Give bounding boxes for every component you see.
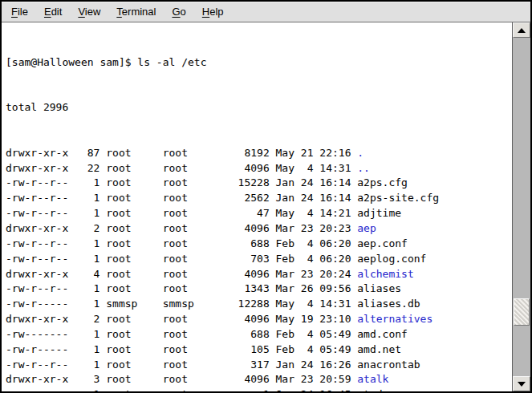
- terminal-line: -rw------- 1 root root 688 Feb 4 05:49 a…: [6, 327, 512, 342]
- file-name: alchemist: [357, 268, 413, 280]
- terminal-line: -rw-r--r-- 1 root root 688 Feb 4 06:20 a…: [6, 237, 512, 252]
- file-name: a2ps-site.cfg: [357, 192, 439, 204]
- terminal-line: drwxr-xr-x 3 root root 4096 Mar 23 20:59…: [6, 372, 512, 387]
- menu-item-label: G: [172, 6, 180, 18]
- file-attributes: -rw-r----- 1 smmsp smmsp 12288 May 4 14:…: [6, 298, 357, 310]
- file-attributes: -rw-r--r-- 1 root root 2562 Jan 24 16:14: [6, 192, 357, 204]
- menu-item-terminal[interactable]: Terminal: [108, 2, 164, 22]
- file-attributes: -rw-r--r-- 1 root root 688 Feb 4 06:20: [6, 237, 357, 249]
- scroll-down-button[interactable]: [513, 376, 530, 391]
- scroll-down-icon: [518, 382, 526, 387]
- file-attributes: -rw-r--r-- 1 root root 1343 Mar 26 09:56: [6, 282, 357, 294]
- menu-item-label: F: [11, 6, 18, 18]
- file-name: anacrontab: [357, 359, 420, 371]
- file-attributes: -rw-r--r-- 1 root root 317 Jan 24 16:26: [6, 359, 357, 371]
- file-attributes: -rw------- 1 root root 1 Jan 24 16:45: [6, 388, 357, 391]
- file-attributes: -rw-r--r-- 1 root root 15228 Jan 24 16:1…: [6, 176, 357, 188]
- file-name: aeplog.conf: [357, 253, 426, 265]
- file-attributes: drwxr-xr-x 87 root root 8192 May 21 22:1…: [6, 147, 357, 159]
- menu-item-label: H: [202, 6, 209, 18]
- menu-item-go[interactable]: Go: [164, 2, 193, 22]
- menu-item-label: V: [78, 6, 84, 18]
- scrollbar[interactable]: [512, 22, 530, 391]
- terminal-line: drwxr-xr-x 4 root root 4096 Mar 23 20:24…: [6, 267, 512, 282]
- scrollbar-thumb[interactable]: [514, 298, 530, 326]
- file-attributes: -rw-r--r-- 1 root root 47 May 4 14:21: [6, 207, 357, 219]
- file-name: adjtime: [357, 207, 401, 219]
- file-attributes: -rw-r----- 1 root root 105 Feb 4 05:49: [6, 343, 357, 355]
- menu-item-label: T: [116, 6, 122, 18]
- terminal-line: -rw-r--r-- 1 root root 47 May 4 14:21 ad…: [6, 206, 512, 221]
- file-attributes: drwxr-xr-x 2 root root 4096 Mar 23 20:23: [6, 222, 357, 234]
- file-attributes: drwxr-xr-x 22 root root 4096 May 4 14:31: [6, 162, 357, 174]
- file-attributes: drwxr-xr-x 4 root root 4096 Mar 23 20:24: [6, 268, 357, 280]
- file-name: amd.conf: [357, 328, 408, 340]
- terminal-line: drwxr-xr-x 87 root root 8192 May 21 22:1…: [6, 146, 512, 161]
- terminal-line: -rw-r----- 1 root root 105 Feb 4 05:49 a…: [6, 342, 512, 358]
- terminal-line: -rw-r--r-- 1 root root 317 Jan 24 16:26 …: [6, 358, 512, 373]
- file-attributes: -rw------- 1 root root 688 Feb 4 05:49: [6, 328, 357, 340]
- file-name: at.deny: [357, 388, 401, 391]
- terminal-output[interactable]: [sam@Halloween sam]$ ls -al /etc total 2…: [2, 22, 512, 391]
- terminal-line: -rw-r--r-- 1 root root 15228 Jan 24 16:1…: [6, 176, 512, 191]
- terminal-line: -rw-r--r-- 1 root root 1343 Mar 26 09:56…: [6, 282, 512, 297]
- menu-item-file[interactable]: File: [3, 2, 36, 22]
- menu-bar: FileEditViewTerminalGoHelp: [2, 2, 530, 22]
- menu-item-edit[interactable]: Edit: [36, 2, 70, 22]
- scroll-up-button[interactable]: [513, 22, 530, 38]
- terminal-line: -rw------- 1 root root 1 Jan 24 16:45 at…: [6, 387, 512, 391]
- scroll-up-icon: [518, 28, 526, 33]
- file-name: a2ps.cfg: [357, 176, 408, 188]
- prompt-line: [sam@Halloween sam]$ ls -al /etc: [6, 55, 512, 71]
- terminal-line: drwxr-xr-x 2 root root 4096 May 19 23:10…: [6, 312, 512, 327]
- terminal-line: drwxr-xr-x 22 root root 4096 May 4 14:31…: [6, 161, 512, 176]
- file-name: amd.net: [357, 343, 401, 355]
- menu-item-help[interactable]: Help: [194, 2, 232, 22]
- file-name: aep: [357, 222, 376, 234]
- terminal-window: FileEditViewTerminalGoHelp [sam@Hallowee…: [0, 0, 532, 393]
- file-attributes: drwxr-xr-x 2 root root 4096 May 19 23:10: [6, 313, 357, 325]
- menu-item-label: E: [44, 6, 51, 18]
- file-name: alternatives: [357, 313, 433, 325]
- terminal-line: -rw-r--r-- 1 root root 703 Feb 4 06:20 a…: [6, 252, 512, 267]
- total-line: total 2996: [6, 100, 512, 115]
- file-name: atalk: [357, 373, 388, 385]
- terminal-line: -rw-r--r-- 1 root root 2562 Jan 24 16:14…: [6, 191, 512, 206]
- terminal-line: drwxr-xr-x 2 root root 4096 Mar 23 20:23…: [6, 221, 512, 237]
- menu-item-view[interactable]: View: [70, 2, 108, 22]
- file-name: .: [357, 147, 363, 159]
- terminal-line: -rw-r----- 1 smmsp smmsp 12288 May 4 14:…: [6, 297, 512, 312]
- file-name: aliases.db: [357, 298, 420, 310]
- file-name: ..: [357, 162, 370, 174]
- file-name: aliases: [357, 282, 401, 294]
- file-name: aep.conf: [357, 237, 408, 249]
- file-attributes: -rw-r--r-- 1 root root 703 Feb 4 06:20: [6, 253, 357, 265]
- file-attributes: drwxr-xr-x 3 root root 4096 Mar 23 20:59: [6, 373, 357, 385]
